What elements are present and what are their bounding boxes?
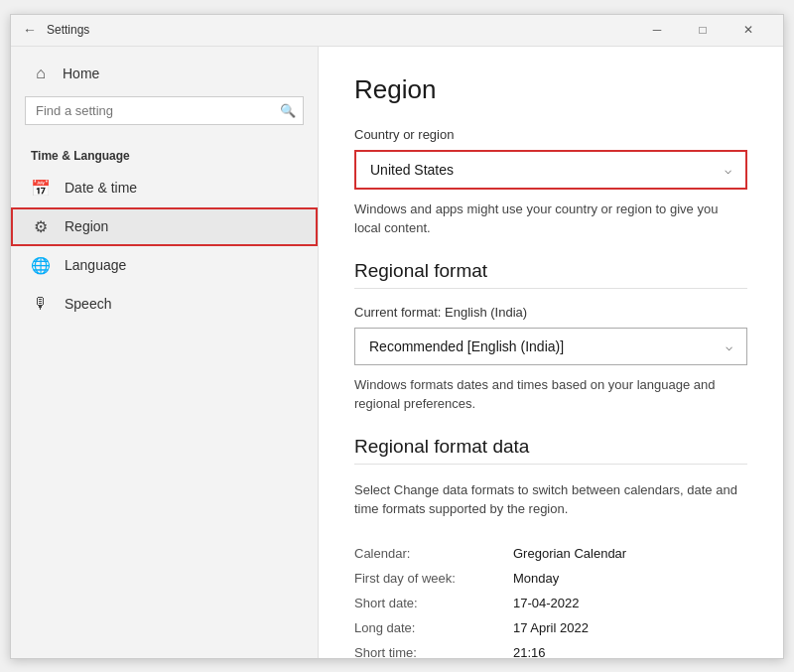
country-region-description: Windows and apps might use your country … [354, 200, 747, 238]
regional-format-dropdown[interactable]: Recommended [English (India)] ⌵ [354, 328, 747, 365]
search-input[interactable] [25, 96, 304, 125]
speech-icon: 🎙 [31, 295, 51, 313]
region-label: Region [65, 218, 108, 234]
table-row: Short time: 21:16 [354, 640, 747, 658]
data-table: Calendar: Gregorian Calendar First day o… [354, 541, 747, 658]
sidebar: ⌂ Home 🔍 Time & Language 📅 Date & time ⚙… [11, 47, 319, 658]
search-box: 🔍 [25, 96, 304, 125]
home-label: Home [63, 66, 99, 81]
short-date-value: 17-04-2022 [513, 596, 580, 610]
regional-format-title: Regional format [354, 260, 747, 282]
short-time-value: 21:16 [513, 645, 546, 658]
country-region-chevron: ⌵ [725, 163, 731, 177]
region-icon: ⚙ [31, 217, 51, 236]
country-region-label: Country or region [354, 127, 747, 142]
home-icon: ⌂ [31, 65, 51, 82]
date-time-label: Date & time [65, 180, 137, 196]
close-button[interactable]: ✕ [726, 14, 771, 46]
table-row: Long date: 17 April 2022 [354, 615, 747, 640]
first-day-label: First day of week: [354, 571, 513, 586]
calendar-label: Calendar: [354, 546, 513, 561]
country-region-value: United States [370, 162, 454, 178]
divider-2 [354, 464, 747, 465]
titlebar: ← Settings ─ □ ✕ [11, 15, 783, 47]
content-area: ⌂ Home 🔍 Time & Language 📅 Date & time ⚙… [11, 47, 783, 658]
speech-label: Speech [65, 296, 111, 312]
back-button[interactable]: ← [23, 22, 37, 38]
regional-format-value: Recommended [English (India)] [369, 338, 564, 354]
search-icon: 🔍 [280, 103, 296, 118]
sidebar-section-header: Time & Language [11, 139, 318, 169]
main-panel: Region Country or region United States ⌵… [319, 47, 783, 658]
long-date-value: 17 April 2022 [513, 620, 589, 635]
calendar-value: Gregorian Calendar [513, 546, 626, 561]
date-time-icon: 📅 [31, 179, 51, 198]
first-day-value: Monday [513, 571, 559, 586]
short-time-label: Short time: [354, 645, 513, 658]
table-row: Calendar: Gregorian Calendar [354, 541, 747, 566]
regional-format-chevron: ⌵ [726, 339, 732, 353]
regional-format-data-title: Regional format data [354, 436, 747, 458]
long-date-label: Long date: [354, 620, 513, 635]
maximize-button[interactable]: □ [680, 14, 726, 46]
table-row: First day of week: Monday [354, 566, 747, 591]
page-title: Region [354, 74, 747, 105]
table-row: Short date: 17-04-2022 [354, 591, 747, 615]
short-date-label: Short date: [354, 596, 513, 610]
country-region-dropdown[interactable]: United States ⌵ [354, 150, 747, 190]
sidebar-item-region[interactable]: ⚙ Region [11, 207, 318, 246]
sidebar-item-speech[interactable]: 🎙 Speech [11, 285, 318, 323]
divider-1 [354, 288, 747, 289]
window-controls: ─ □ ✕ [634, 14, 771, 46]
sidebar-item-date-time[interactable]: 📅 Date & time [11, 169, 318, 207]
settings-window: ← Settings ─ □ ✕ ⌂ Home 🔍 Time & Languag… [10, 14, 784, 659]
sidebar-home-item[interactable]: ⌂ Home [11, 57, 318, 90]
sidebar-item-language[interactable]: 🌐 Language [11, 246, 318, 285]
current-format-label: Current format: English (India) [354, 305, 747, 320]
language-icon: 🌐 [31, 256, 51, 275]
regional-format-description: Windows formats dates and times based on… [354, 375, 747, 414]
window-title: Settings [47, 23, 634, 37]
regional-format-data-description: Select Change data formats to switch bet… [354, 480, 747, 519]
language-label: Language [65, 257, 126, 273]
minimize-button[interactable]: ─ [634, 14, 680, 46]
